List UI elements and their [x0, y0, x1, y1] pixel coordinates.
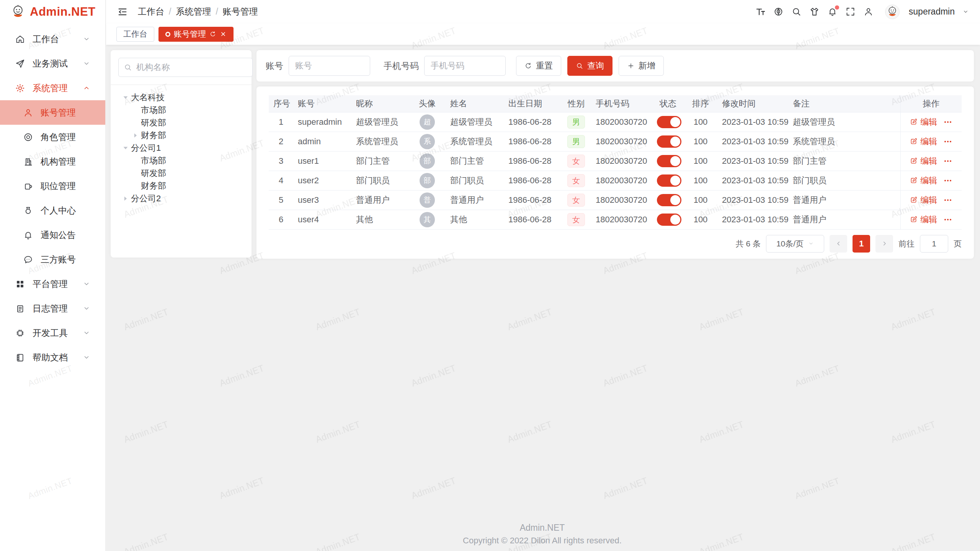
cell-status: [652, 151, 684, 171]
sidebar-item-send[interactable]: 业务测试: [0, 51, 105, 76]
sidebar-item-chip[interactable]: 开发工具: [0, 321, 105, 345]
user-avatar[interactable]: [885, 5, 900, 19]
notification-bell-icon[interactable]: [827, 7, 838, 17]
edit-button[interactable]: 编辑: [910, 155, 937, 167]
status-toggle[interactable]: [657, 135, 681, 148]
phone-input[interactable]: [424, 56, 506, 76]
cell-order: 100: [684, 210, 717, 229]
status-toggle[interactable]: [657, 174, 681, 187]
toggle-knob: [670, 137, 680, 147]
table-header-row: 序号账号昵称头像姓名出生日期性别手机号码状态排序修改时间备注操作: [269, 95, 962, 112]
refresh-icon: [524, 62, 532, 70]
status-toggle[interactable]: [657, 194, 681, 206]
profile-link-icon[interactable]: [863, 7, 874, 17]
sidebar-subitem-profile[interactable]: 个人中心: [0, 198, 105, 223]
edit-button[interactable]: 编辑: [910, 136, 937, 147]
tree-node[interactable]: 市场部: [118, 154, 244, 167]
sidebar-subitem-user[interactable]: 账号管理: [0, 100, 105, 125]
theme-skin-icon[interactable]: [809, 7, 820, 17]
row-operations: 编辑: [905, 214, 957, 225]
status-toggle[interactable]: [657, 116, 681, 128]
sidebar-item-gear[interactable]: 系统管理: [0, 76, 105, 100]
sidebar-item-grid[interactable]: 平台管理: [0, 272, 105, 296]
tree-node[interactable]: 分公司1: [118, 142, 244, 154]
tree-node[interactable]: 市场部: [118, 104, 244, 116]
more-actions-icon[interactable]: [943, 196, 952, 205]
col-header-account: 账号: [293, 95, 351, 112]
prev-page-button[interactable]: [830, 235, 847, 253]
sidebar-subitem-org[interactable]: 机构管理: [0, 149, 105, 174]
more-actions-icon[interactable]: [943, 156, 952, 166]
org-name-input[interactable]: [136, 62, 247, 73]
add-button[interactable]: 新增: [619, 56, 664, 76]
chevron-down-icon: [83, 280, 90, 288]
page-size-select[interactable]: 10条/页: [766, 235, 824, 253]
tab-item[interactable]: 工作台: [116, 27, 154, 42]
page-number-1[interactable]: 1: [853, 235, 870, 253]
chat-icon: [23, 254, 33, 265]
tree-node[interactable]: 财务部: [118, 179, 244, 192]
reset-label: 重置: [536, 60, 553, 72]
tab-active[interactable]: 账号管理: [158, 27, 234, 42]
more-actions-icon[interactable]: [943, 215, 952, 224]
tab-refresh-icon[interactable]: [209, 31, 216, 37]
status-toggle[interactable]: [657, 155, 681, 167]
edit-button[interactable]: 编辑: [910, 194, 937, 206]
breadcrumb-item[interactable]: 账号管理: [223, 6, 258, 18]
breadcrumb-item[interactable]: 系统管理: [176, 6, 211, 18]
more-actions-icon[interactable]: [943, 176, 952, 185]
edit-button[interactable]: 编辑: [910, 175, 937, 186]
sidebar-subitem-label: 通知公告: [41, 229, 98, 241]
language-icon[interactable]: [773, 7, 784, 17]
tab-close-icon[interactable]: [220, 31, 227, 37]
edit-icon: [910, 176, 918, 184]
cell-avatar: 系: [409, 132, 446, 151]
edit-button[interactable]: 编辑: [910, 214, 937, 225]
chevron-down-icon[interactable]: [962, 8, 969, 15]
global-search-icon[interactable]: [791, 7, 802, 17]
content-row: 大名科技市场部研发部财务部分公司1市场部研发部财务部分公司2 账号 手机号码: [111, 50, 974, 259]
caret-down-icon[interactable]: [121, 93, 130, 102]
app-logo[interactable]: Admin.NET: [0, 0, 105, 24]
tree-node[interactable]: 财务部: [118, 129, 244, 142]
sidebar-item-log[interactable]: 日志管理: [0, 296, 105, 321]
cell-phone: 18020030720: [591, 132, 652, 151]
edit-button[interactable]: 编辑: [910, 116, 937, 128]
sidebar-subitem-position[interactable]: 职位管理: [0, 174, 105, 198]
cell-gender: 女: [561, 190, 591, 210]
tree-node[interactable]: 研发部: [118, 167, 244, 179]
sidebar-item-home[interactable]: 工作台: [0, 27, 105, 51]
more-actions-icon[interactable]: [943, 117, 952, 127]
username[interactable]: superadmin: [909, 7, 955, 17]
org-tree: 大名科技市场部研发部财务部分公司1市场部研发部财务部分公司2: [118, 91, 244, 205]
account-input[interactable]: [289, 56, 370, 76]
sidebar-item-book[interactable]: 帮助文档: [0, 345, 105, 370]
cell-nickname: 其他: [351, 210, 409, 229]
caret-right-icon[interactable]: [121, 194, 130, 203]
tree-node[interactable]: 分公司2: [118, 192, 244, 205]
pagination: 共 6 条 10条/页 1 前往: [269, 235, 962, 253]
home-icon: [15, 34, 25, 44]
fullscreen-icon[interactable]: [845, 7, 856, 17]
sidebar-subitem-role[interactable]: 角色管理: [0, 125, 105, 149]
collapse-menu-icon[interactable]: [117, 7, 128, 17]
sidebar-subitem-bell[interactable]: 通知公告: [0, 223, 105, 247]
breadcrumb-item[interactable]: 工作台: [138, 6, 164, 18]
goto-page-input[interactable]: [920, 235, 948, 253]
caret-right-icon[interactable]: [131, 131, 140, 140]
tab-bar: 工作台账号管理: [106, 23, 980, 45]
sidebar-subitem-chat[interactable]: 三方账号: [0, 247, 105, 272]
query-button[interactable]: 查询: [567, 56, 612, 76]
cell-remark: 超级管理员: [788, 112, 900, 132]
reset-button[interactable]: 重置: [516, 56, 561, 76]
next-page-button[interactable]: [875, 235, 893, 253]
sidebar-item-label: 日志管理: [33, 303, 83, 315]
tree-node[interactable]: 研发部: [118, 116, 244, 129]
caret-down-icon[interactable]: [121, 144, 130, 152]
cell-phone: 18020030720: [591, 190, 652, 210]
log-icon: [15, 303, 25, 314]
status-toggle[interactable]: [657, 214, 681, 226]
tree-node[interactable]: 大名科技: [118, 91, 244, 104]
more-actions-icon[interactable]: [943, 137, 952, 146]
font-size-icon[interactable]: [755, 7, 766, 17]
